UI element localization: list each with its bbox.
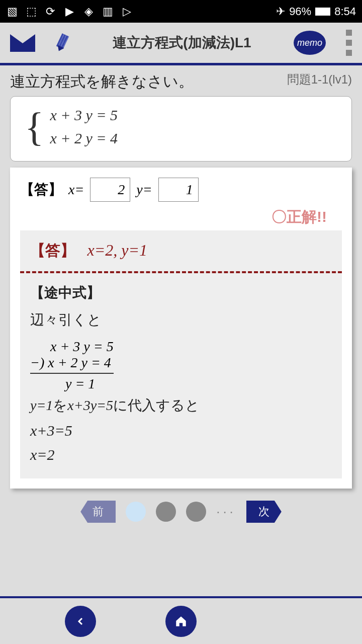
step-2: y=1をx+3y=5に代入すると [30, 396, 332, 415]
answer-label: 【答】 [20, 180, 62, 199]
back-button[interactable] [65, 606, 96, 637]
menu-icon[interactable] [346, 30, 352, 56]
page-dot-2[interactable] [156, 502, 176, 522]
image-icon: ▧ [6, 6, 18, 18]
solution-box: 【答】 x=2, y=1 【途中式】 辺々引くと x + 3 y = 5 −) … [20, 230, 342, 478]
play-icon: ▷ [121, 6, 133, 18]
step-4: x=2 [30, 446, 332, 463]
steps-label: 【途中式】 [30, 283, 332, 302]
problem-number: 問題1-1(lv1) [287, 71, 352, 88]
refresh-icon: ⟳ [44, 6, 56, 18]
pencil-icon[interactable] [55, 33, 70, 53]
correct-message: 〇正解!! [20, 207, 327, 227]
battery-text: 96% [289, 5, 311, 18]
instruction-text: 連立方程式を解きなさい。 [10, 71, 194, 92]
x-input[interactable]: 2 [90, 178, 130, 202]
solution-answer-label: 【答】 [30, 242, 75, 259]
status-bar: ▧ ⬚ ⟳ ▶ ◈ ▥ ▷ ✈ 96% 8:54 [0, 0, 362, 23]
y-input[interactable]: 1 [158, 178, 199, 202]
mail-icon[interactable] [10, 34, 35, 52]
airplane-icon: ✈ [276, 5, 285, 18]
youtube-icon: ▶ [63, 6, 75, 18]
y-label: y= [136, 182, 152, 198]
solution-answer-text: x=2, y=1 [87, 241, 148, 259]
more-dots: ··· [216, 504, 236, 520]
equation-2: x + 2 y = 4 [50, 130, 118, 147]
time-text: 8:54 [334, 5, 356, 18]
home-button[interactable] [165, 606, 197, 637]
equation-1: x + 3 y = 5 [50, 107, 118, 124]
x-label: x= [68, 182, 84, 198]
app-header: 連立方程式(加減法)L1 memo [0, 23, 362, 65]
battery-icon [315, 8, 330, 16]
step-1: 辺々引くと [30, 310, 332, 330]
avast-icon: ⬚ [25, 6, 37, 18]
divider [20, 271, 342, 273]
page-title: 連立方程式(加減法)L1 [90, 33, 274, 52]
step-3: x+3=5 [30, 422, 332, 439]
next-button[interactable]: 次 [246, 501, 282, 523]
shield-icon: ◈ [82, 6, 95, 18]
prev-button[interactable]: 前 [80, 501, 116, 523]
page-dot-3[interactable] [186, 502, 206, 522]
page-dot-1[interactable] [126, 502, 146, 522]
problem-equations: { x + 3 y = 5 x + 2 y = 4 [10, 96, 352, 162]
memo-button[interactable]: memo [294, 31, 326, 55]
nav-pager: 前 ··· 次 [10, 501, 352, 533]
sd-icon: ▥ [102, 6, 114, 18]
subtraction-work: x + 3 y = 5 −) x + 2 y = 4 y = 1 [30, 339, 114, 392]
answer-area: 【答】 x= 2 y= 1 〇正解!! 【答】 x=2, y=1 【途中式】 辺… [10, 168, 352, 489]
bottom-bar [0, 596, 362, 644]
